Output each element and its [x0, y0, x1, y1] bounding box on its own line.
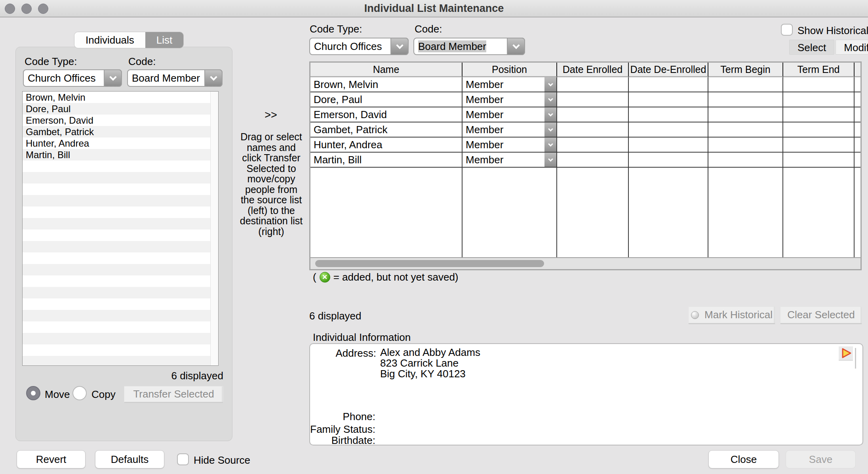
column-header: Date Enrolled: [557, 63, 629, 77]
chevron-down-icon[interactable]: [507, 38, 525, 55]
table-cell: [557, 92, 629, 107]
table-row[interactable]: Dore, PaulMember: [310, 92, 860, 107]
address-label: Address:: [277, 347, 376, 359]
position-cell[interactable]: Member: [463, 77, 557, 92]
table-cell: [557, 122, 629, 138]
table-cell: [557, 77, 629, 92]
hide-source-label[interactable]: Hide Source: [194, 454, 250, 466]
dest-code-type-dropdown[interactable]: Church Offices: [309, 38, 409, 55]
name-cell: Dore, Paul: [310, 92, 463, 107]
table-cell: [783, 77, 855, 92]
table-cell: [855, 122, 860, 138]
copy-radio-label[interactable]: Copy: [91, 388, 116, 401]
list-item[interactable]: Emerson, David: [23, 115, 218, 126]
position-cell[interactable]: Member: [463, 153, 557, 168]
modify-button[interactable]: Modify: [836, 40, 868, 55]
show-historical-checkbox[interactable]: [781, 24, 793, 36]
hide-source-checkbox[interactable]: [177, 453, 189, 465]
move-radio-label[interactable]: Move: [45, 388, 70, 401]
scrollbar-thumb[interactable]: [315, 260, 544, 267]
chevron-down-icon[interactable]: [104, 69, 122, 87]
dest-code-dropdown[interactable]: Board Member: [413, 38, 525, 55]
column-header: Term Begin: [708, 63, 783, 77]
show-historical-label[interactable]: Show Historical: [798, 25, 868, 37]
list-item[interactable]: Brown, Melvin: [23, 92, 218, 103]
chevron-down-icon[interactable]: [544, 92, 556, 107]
table-cell: [708, 153, 783, 168]
table-cell: [708, 77, 783, 92]
chevron-down-icon[interactable]: [544, 77, 556, 92]
table-cell: [629, 77, 708, 92]
table-empty-cell: [855, 168, 860, 257]
list-item[interactable]: Martin, Bill: [23, 149, 218, 161]
added-marker-icon: ✕: [320, 272, 330, 283]
chevron-down-icon[interactable]: [544, 122, 556, 137]
source-code-type-dropdown[interactable]: Church Offices: [23, 69, 122, 87]
revert-button[interactable]: Revert: [17, 450, 86, 468]
name-cell: Hunter, Andrea: [310, 138, 463, 153]
position-cell[interactable]: Member: [463, 92, 557, 107]
move-radio[interactable]: [26, 386, 40, 400]
table-cell: [708, 122, 783, 138]
table-cell: [783, 153, 855, 168]
address-value: Alex and Abby Adams823 Carrick LaneBig C…: [380, 347, 480, 379]
table-cell: [629, 138, 708, 153]
table-cell: [557, 153, 629, 168]
column-header: [855, 63, 860, 77]
table-cell: [783, 92, 855, 107]
source-code-label: Code:: [128, 55, 156, 68]
table-row[interactable]: Hunter, AndreaMember: [310, 138, 860, 153]
chevron-down-icon[interactable]: [544, 107, 556, 122]
window-title: Individual List Maintenance: [0, 0, 868, 17]
chevron-down-icon[interactable]: [390, 38, 409, 55]
transfer-direction-icon: >>: [240, 109, 302, 121]
historical-sphere-icon: [691, 311, 699, 319]
phone-label: Phone:: [276, 411, 375, 423]
table-cell: [783, 122, 855, 138]
table-cell: [708, 107, 783, 122]
list-item[interactable]: Dore, Paul: [23, 103, 218, 115]
source-name-list[interactable]: Brown, MelvinDore, PaulEmerson, DavidGam…: [22, 91, 219, 366]
info-scrollbar-track: [855, 348, 856, 369]
position-cell[interactable]: Member: [463, 138, 557, 153]
table-cell: [629, 122, 708, 138]
save-button[interactable]: Save: [786, 450, 856, 468]
table-cell: [708, 92, 783, 107]
tab-individuals[interactable]: Individuals: [74, 32, 145, 48]
table-empty-cell: [783, 168, 855, 257]
position-cell[interactable]: Member: [463, 107, 557, 122]
table-cell: [783, 107, 855, 122]
dest-code-label: Code:: [415, 23, 442, 35]
table-cell: [629, 92, 708, 107]
table-row[interactable]: Martin, BillMember: [310, 153, 860, 168]
position-cell[interactable]: Member: [463, 122, 557, 138]
chevron-down-icon[interactable]: [544, 138, 556, 152]
table-empty-cell: [310, 168, 463, 257]
clear-selected-button[interactable]: Clear Selected: [780, 306, 862, 324]
table-row[interactable]: Gambet, PatrickMember: [310, 122, 860, 138]
list-item[interactable]: Gambet, Patrick: [23, 126, 218, 138]
source-code-dropdown[interactable]: Board Member: [127, 69, 223, 87]
table-row[interactable]: Brown, MelvinMember: [310, 77, 860, 92]
mark-historical-button[interactable]: Mark Historical: [688, 306, 775, 324]
table-row[interactable]: Emerson, DavidMember: [310, 107, 860, 122]
tab-list[interactable]: List: [145, 32, 183, 48]
table-cell: [855, 153, 860, 168]
scrollbar-track[interactable]: [210, 92, 218, 365]
chevron-down-icon[interactable]: [544, 153, 556, 167]
table-empty-area: [310, 168, 860, 257]
play-button[interactable]: [839, 346, 853, 361]
transfer-selected-button[interactable]: Transfer Selected: [124, 386, 223, 403]
column-header: Name: [310, 63, 463, 77]
select-button[interactable]: Select: [789, 40, 834, 55]
list-item[interactable]: Hunter, Andrea: [23, 138, 218, 149]
close-button[interactable]: Close: [708, 450, 779, 468]
horizontal-scrollbar[interactable]: [310, 257, 860, 269]
copy-radio[interactable]: [72, 386, 87, 400]
defaults-button[interactable]: Defaults: [95, 450, 164, 468]
table-cell: [855, 77, 860, 92]
table-cell: [855, 107, 860, 122]
title-bar: Individual List Maintenance: [0, 0, 868, 17]
dest-displayed-count: 6 displayed: [309, 310, 362, 322]
chevron-down-icon[interactable]: [204, 69, 223, 87]
